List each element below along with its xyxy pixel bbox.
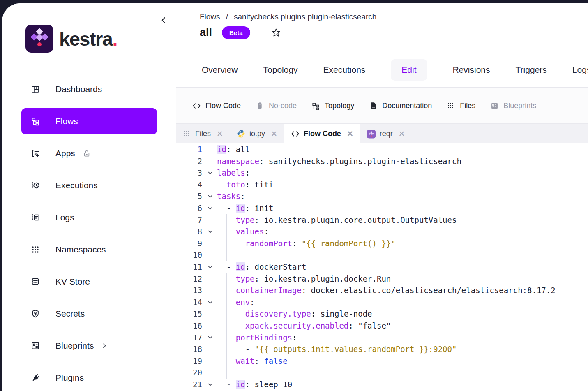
close-icon[interactable]: ✕: [399, 129, 405, 139]
sidebar-item-plugins[interactable]: Plugins: [21, 365, 157, 391]
code-text: wait: false: [217, 355, 288, 367]
line-number: 15: [176, 308, 202, 320]
editor-tab-reqr[interactable]: reqr✕: [360, 124, 412, 143]
fold-chevron-icon[interactable]: [205, 261, 215, 273]
flow-title-row: all Beta: [200, 26, 281, 39]
toolbar-item-flow-code[interactable]: Flow Code: [192, 102, 241, 110]
code-line[interactable]: 19 wait: false: [176, 355, 588, 367]
sidebar-item-kv-store[interactable]: KV Store: [21, 268, 157, 295]
code-line[interactable]: 12 type: io.kestra.plugin.docker.Run: [176, 273, 588, 285]
kestra-app-window: kestra. DashboardsFlowsAppsExecutionsLog…: [2, 3, 588, 391]
toolbar-item-label: Flow Code: [205, 102, 241, 110]
line-number: 5: [176, 190, 202, 202]
chevron-right-icon[interactable]: [101, 342, 108, 349]
fold-chevron-icon[interactable]: [205, 226, 215, 238]
close-icon[interactable]: ✕: [347, 129, 353, 139]
fold-chevron-icon[interactable]: [205, 167, 215, 179]
app-window-backdrop: kestra. DashboardsFlowsAppsExecutionsLog…: [0, 0, 588, 391]
tab-executions[interactable]: Executions: [323, 65, 366, 75]
plugins-icon: [31, 372, 42, 384]
code-line[interactable]: 16 xpack.security.enabled: "false": [176, 320, 588, 332]
toolbar-item-label: Topology: [325, 102, 354, 110]
line-number: 1: [176, 143, 202, 155]
sidebar-item-label: Dashboards: [55, 84, 102, 94]
fold-chevron-icon[interactable]: [205, 379, 215, 391]
breadcrumb-item[interactable]: Flows: [200, 12, 220, 21]
executions-icon: [31, 180, 42, 191]
tab-topology[interactable]: Topology: [263, 65, 298, 75]
sidebar-item-flows[interactable]: Flows: [21, 108, 157, 134]
editor-tab-flow-code[interactable]: Flow Code✕: [284, 124, 360, 143]
code-line[interactable]: 13 containerImage: docker.elastic.co/ela…: [176, 285, 588, 296]
star-icon[interactable]: [271, 28, 281, 38]
editor-tab-files[interactable]: Files✕: [176, 124, 230, 143]
line-number: 20: [176, 367, 202, 379]
sidebar-collapse-button[interactable]: [157, 14, 170, 26]
fold-chevron-icon[interactable]: [205, 202, 215, 214]
line-number: 6: [176, 202, 202, 214]
toolbar-item-no-code[interactable]: No-code: [256, 102, 297, 110]
code-text: xpack.security.enabled: "false": [217, 320, 391, 332]
fold-chevron-icon[interactable]: [205, 332, 215, 344]
tab-triggers[interactable]: Triggers: [516, 65, 547, 75]
code-text: tasks:: [217, 190, 245, 202]
tab-edit[interactable]: Edit: [391, 59, 427, 81]
toolbar-item-documentation[interactable]: Documentation: [369, 102, 432, 110]
sidebar-item-secrets[interactable]: Secrets: [21, 301, 157, 327]
code-line[interactable]: 20: [176, 367, 588, 379]
code-editor[interactable]: 1id: all2namespace: sanitychecks.plugins…: [176, 143, 588, 391]
breadcrumb-item[interactable]: sanitychecks.plugins.plugin-elasticsearc…: [234, 12, 376, 21]
code-text: containerImage: docker.elastic.co/elasti…: [217, 285, 556, 296]
close-icon[interactable]: ✕: [271, 129, 277, 139]
breadcrumb-separator: /: [226, 12, 228, 21]
sidebar-item-blueprints[interactable]: Blueprints: [21, 333, 157, 359]
code-line[interactable]: 10: [176, 249, 588, 261]
line-number: 16: [176, 320, 202, 332]
code-line[interactable]: 2namespace: sanitychecks.plugins.plugin-…: [176, 155, 588, 167]
code-line[interactable]: 9 randomPort: "{{ randomPort() }}": [176, 238, 588, 250]
sidebar-item-logs[interactable]: Logs: [21, 204, 157, 231]
line-number: 17: [176, 332, 202, 344]
code-line[interactable]: 18 - "{{ outputs.init.values.randomPort …: [176, 343, 588, 355]
kvstore-icon: [31, 276, 42, 287]
code-line[interactable]: 11 - id: dockerStart: [176, 261, 588, 273]
code-line[interactable]: 4 toto: titi: [176, 179, 588, 191]
code-line[interactable]: 15 discovery.type: single-node: [176, 308, 588, 320]
code-line[interactable]: 7 type: io.kestra.plugin.core.output.Out…: [176, 214, 588, 226]
fold-chevron-icon[interactable]: [205, 296, 215, 308]
sidebar-item-label: Logs: [55, 213, 74, 222]
blueprint-card-icon: [490, 102, 499, 110]
tab-logs[interactable]: Logs: [572, 65, 588, 75]
code-line[interactable]: 14 env:: [176, 296, 588, 308]
toolbar-item-blueprints[interactable]: Blueprints: [490, 102, 536, 110]
tab-overview[interactable]: Overview: [202, 65, 238, 75]
code-line[interactable]: 8 values:: [176, 226, 588, 238]
line-number: 9: [176, 238, 202, 250]
editor-tab-io-py[interactable]: io.py✕: [230, 124, 284, 143]
code-line[interactable]: 21 - id: sleep_10: [176, 379, 588, 391]
code-line[interactable]: 5tasks:: [176, 190, 588, 202]
topology-icon: [311, 102, 320, 110]
sidebar-item-dashboards[interactable]: Dashboards: [21, 76, 157, 102]
logs-icon: [31, 212, 42, 223]
code-text: discovery.type: single-node: [217, 308, 372, 320]
fold-chevron-icon[interactable]: [205, 190, 215, 202]
editor-tab-label: Flow Code: [304, 130, 341, 138]
kestra-logo-icon: [25, 25, 53, 53]
code-text: labels:: [217, 167, 250, 179]
sidebar-item-label: Secrets: [55, 309, 85, 319]
sidebar-item-apps[interactable]: Apps: [21, 140, 157, 167]
sidebar-item-executions[interactable]: Executions: [21, 172, 157, 199]
tab-revisions[interactable]: Revisions: [453, 65, 490, 75]
sidebar-item-namespaces[interactable]: Namespaces: [21, 236, 157, 263]
code-line[interactable]: 3labels:: [176, 167, 588, 179]
kestra-logo[interactable]: kestra.: [25, 25, 117, 53]
toolbar-item-files[interactable]: Files: [447, 102, 475, 110]
toolbar-item-topology[interactable]: Topology: [311, 102, 354, 110]
code-line[interactable]: 17 portBindings:: [176, 332, 588, 344]
line-number: 14: [176, 296, 202, 308]
close-icon[interactable]: ✕: [217, 129, 223, 139]
code-line[interactable]: 6 - id: init: [176, 202, 588, 214]
code-line[interactable]: 1id: all: [176, 143, 588, 155]
code-text: toto: titi: [217, 179, 273, 191]
